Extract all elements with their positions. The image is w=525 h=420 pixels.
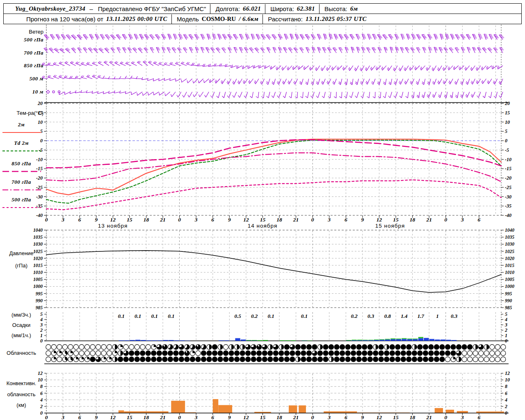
cloud-cover-symbol [329, 345, 333, 349]
cloud-cover-symbol [334, 351, 339, 356]
wind-barb [438, 66, 442, 71]
cloud-cover-symbol [384, 351, 389, 356]
wind-barb [248, 66, 253, 69]
temperature-curve-3 [46, 153, 501, 182]
cloud-cover-symbol [73, 345, 78, 349]
wind-barb [134, 34, 138, 40]
wind-barb [481, 66, 486, 70]
wind-barb [42, 63, 48, 66]
cloud-cover-symbol [262, 357, 267, 362]
cloud-cover-symbol [251, 351, 256, 356]
wind-barb [283, 92, 287, 98]
cloud-cover-symbol [345, 345, 350, 349]
wind-barb [422, 79, 425, 85]
wind-barb [316, 79, 320, 84]
wind-barb [197, 64, 203, 66]
wind-barb [427, 92, 431, 98]
wind-barb [339, 48, 343, 53]
cloud-cover-symbol [135, 351, 139, 356]
wind-barb [334, 34, 338, 40]
wind-barb [137, 92, 142, 96]
convective-axis-label-right: 10 [505, 377, 510, 383]
precip-bar-green [390, 338, 395, 339]
temp-axis-label-left: -30 [36, 194, 43, 200]
wind-barb [217, 92, 220, 98]
cloud-cover-symbol [123, 345, 128, 349]
wind-barb [187, 79, 192, 83]
wind-barb [219, 64, 226, 66]
wind-barb [306, 48, 310, 53]
wind-barb [212, 34, 216, 40]
wind-barb [404, 79, 409, 84]
cloud-cover-symbol [473, 357, 478, 362]
cloud-cover-symbol [317, 351, 322, 356]
hour-label-bottom: 0 [178, 414, 181, 420]
meteogram-chart: 2020151510105500-5-5-10-10-15-15-20-20-2… [0, 0, 525, 420]
cloud-cover-symbol [168, 357, 173, 362]
cloud-cover-symbol [235, 351, 240, 356]
wind-barb [434, 34, 438, 40]
cloud-cover-fraction [104, 357, 106, 359]
wind-barb [393, 66, 398, 71]
wind-barb [199, 92, 203, 97]
cloud-cover-symbol [429, 345, 434, 349]
precip-3h-sum-label: 1.7 [418, 313, 425, 319]
precip-3h-sum-label: 0.1 [135, 313, 141, 319]
cloud-cover-symbol [90, 351, 95, 356]
wind-barb [156, 48, 160, 53]
wind-barb [331, 66, 336, 70]
precip-bar-green [357, 340, 362, 340]
wind-barb [270, 66, 276, 69]
wind-barb [356, 34, 361, 40]
cloud-cover-symbol [373, 351, 378, 356]
cloud-cover-symbol [317, 357, 322, 362]
pressure-axis-label-left: 1020 [33, 256, 43, 261]
wind-barb [316, 92, 320, 98]
wind-barb [48, 63, 54, 66]
wind-barb [44, 34, 49, 40]
cloud-cover-symbol [412, 351, 417, 356]
wind-barb [131, 62, 137, 66]
temperature-curve-4 [46, 180, 501, 210]
wind-barb [339, 92, 342, 98]
hour-label-temp: 0 [178, 217, 181, 223]
cloud-cover-symbol [501, 357, 506, 362]
wind-barb [360, 66, 364, 71]
wind-barb [173, 34, 178, 40]
precip-bar-green [302, 340, 307, 341]
wind-barb [300, 48, 304, 53]
wind-barb [231, 65, 237, 68]
wind-barb [455, 48, 459, 53]
wind-barb [59, 48, 64, 53]
wind-barb [450, 34, 454, 40]
wind-barb [256, 34, 260, 40]
wind-barb [177, 92, 181, 97]
cloud-cover-symbol [146, 345, 151, 349]
wind-barb [422, 48, 426, 53]
cloud-cover-symbol [207, 357, 212, 362]
cloud-cover-symbol [334, 345, 339, 349]
wind-barb [240, 34, 244, 40]
wind-barb [309, 66, 314, 70]
cloud-cover-fraction [192, 351, 195, 353]
wind-barb [278, 48, 282, 53]
precip-bar-blue [146, 340, 151, 341]
wind-barb [242, 66, 248, 69]
cloud-cover-symbol [129, 351, 134, 356]
wind-barb [92, 75, 98, 79]
hour-label-bottom: 21 [160, 414, 166, 420]
wind-barb [327, 48, 331, 53]
wind-barb [234, 48, 237, 53]
cloud-cover-symbol [368, 357, 372, 362]
cloud-cover-symbol [418, 357, 422, 362]
cloud-cover-symbol [196, 357, 201, 362]
cloud-cover-symbol [218, 351, 223, 356]
wind-barb [165, 92, 170, 96]
wind-barb [114, 91, 120, 93]
temp-axis-label-right: 5 [505, 128, 507, 134]
wind-barb [125, 76, 131, 79]
temp-axis-label-left: 10 [38, 119, 43, 125]
cloud-cover-symbol [390, 357, 395, 362]
precip-bar-green [385, 339, 390, 340]
wind-barb [267, 48, 271, 53]
